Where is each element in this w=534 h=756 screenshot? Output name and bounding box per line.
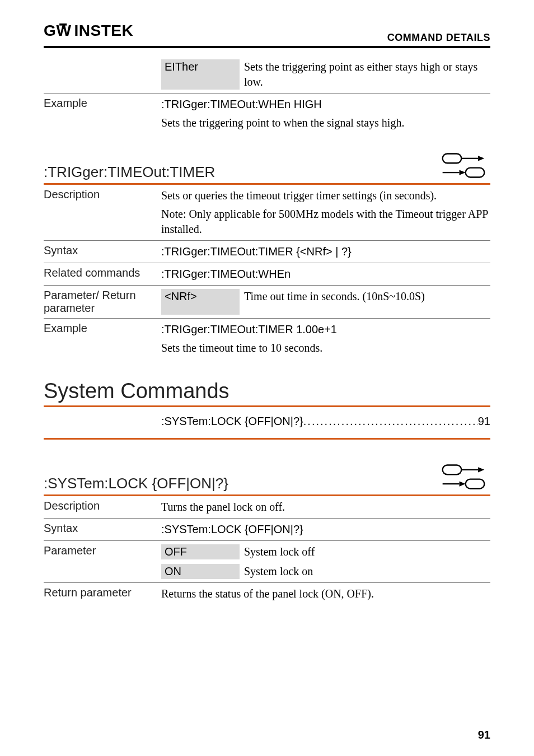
svg-marker-7: [478, 156, 484, 161]
example2-row: Example :TRIGger:TIMEOut:TIMER 1.00e+1: [44, 319, 490, 340]
toc-label: :SYSTem:LOCK {OFF|ON|?}: [161, 415, 303, 428]
syntax-body: :TRIGger:TIMEOut:TIMER {<NRf> | ?}: [161, 244, 490, 259]
example2-label: Example: [44, 322, 161, 335]
brand-logo: G W INSTEK: [44, 22, 159, 44]
lock-syntax-body: :SYSTem:LOCK {OFF|ON|?}: [161, 522, 490, 537]
param-on: ON: [161, 564, 240, 579]
toc-page: 91: [478, 415, 490, 428]
svg-marker-9: [460, 170, 466, 175]
related-row: Related commands :TRIGger:TIMEOut:WHEn: [44, 263, 490, 285]
example-desc-row: Sets the triggering point to when the si…: [44, 115, 490, 134]
page-header-title: COMMAND DETAILS: [387, 32, 490, 44]
svg-rect-10: [466, 168, 485, 178]
description-note: Note: Only applicable for 500MHz models …: [161, 207, 490, 237]
svg-marker-15: [460, 481, 466, 486]
parameter-row: Parameter/ Return parameter <NRf> Time o…: [44, 286, 490, 318]
lock-syntax-label: Syntax: [44, 522, 161, 535]
set-query-icon: [437, 150, 490, 181]
example2-cmd: :TRIGger:TIMEOut:TIMER 1.00e+1: [161, 322, 490, 337]
svg-rect-11: [443, 465, 462, 474]
page-header: G W INSTEK COMMAND DETAILS: [44, 22, 490, 44]
param-nrf-desc: Time out time in seconds. (10nS~10.0S): [244, 289, 490, 304]
either-param-row: EITher Sets the triggering point as eith…: [44, 56, 490, 93]
svg-text:INSTEK: INSTEK: [74, 22, 133, 39]
lock-parameter-label: Parameter: [44, 544, 161, 557]
section-heading-lock: :SYSTem:LOCK {OFF|ON|?}: [44, 475, 228, 492]
svg-rect-5: [443, 153, 462, 163]
toc-dots: ........................................…: [303, 415, 478, 428]
param-off-desc: System lock off: [244, 544, 490, 559]
section-heading-wrap: :SYSTem:LOCK {OFF|ON|?}: [44, 461, 490, 492]
return-row: Return parameter Returns the status of t…: [44, 583, 490, 605]
syntax-row: Syntax :TRIGger:TIMEOut:TIMER {<NRf> | ?…: [44, 241, 490, 263]
gwinstek-logo-icon: G W INSTEK: [44, 22, 159, 39]
section-heading-wrap: :TRIGger:TIMEOut:TIMER: [44, 150, 490, 181]
svg-marker-13: [478, 467, 484, 472]
return-body: Returns the status of the panel lock (ON…: [161, 586, 490, 601]
svg-rect-2: [59, 24, 67, 26]
description-note-row: Note: Only applicable for 500MHz models …: [44, 207, 490, 240]
header-rule: [44, 46, 490, 48]
param-either: EITher: [161, 59, 240, 90]
lock-description-body: Turns the panel lock on off.: [161, 500, 490, 515]
example-desc: Sets the triggering point to when the si…: [161, 115, 490, 130]
lock-description-row: Description Turns the panel lock on off.: [44, 496, 490, 518]
lock-syntax-row: Syntax :SYSTem:LOCK {OFF|ON|?}: [44, 519, 490, 540]
lock-param-on-row: ON System lock on: [44, 563, 490, 582]
example2-desc: Sets the timeout time to 10 seconds.: [161, 340, 490, 356]
syntax-label: Syntax: [44, 244, 161, 257]
lock-description-label: Description: [44, 500, 161, 512]
related-body: :TRIGger:TIMEOut:WHEn: [161, 267, 490, 282]
param-on-desc: System lock on: [244, 564, 490, 579]
svg-text:G: G: [44, 22, 56, 39]
description-body: Sets or queries the timeout trigger time…: [161, 188, 490, 203]
description-label: Description: [44, 188, 161, 201]
param-nrf: <NRf>: [161, 289, 240, 315]
example2-desc-row: Sets the timeout time to 10 seconds.: [44, 340, 490, 359]
section-heading-timer: :TRIGger:TIMEOut:TIMER: [44, 164, 215, 181]
example-label: Example: [44, 97, 161, 110]
page-number: 91: [478, 729, 490, 741]
return-label: Return parameter: [44, 586, 161, 599]
set-query-icon: [437, 461, 490, 492]
orange-rule: [44, 438, 490, 440]
related-label: Related commands: [44, 267, 161, 279]
system-commands-heading: System Commands: [44, 379, 490, 403]
lock-param-off-row: Parameter OFF System lock off: [44, 541, 490, 563]
svg-rect-16: [466, 479, 485, 489]
parameter-label: Parameter/ Return parameter: [44, 289, 161, 315]
param-either-desc: Sets the triggering point as either stay…: [244, 59, 490, 90]
toc-row: :SYSTem:LOCK {OFF|ON|?} ................…: [44, 407, 490, 436]
example-cmd: :TRIGger:TIMEOut:WHEn HIGH: [161, 97, 490, 112]
example-row: Example :TRIGger:TIMEOut:WHEn HIGH: [44, 94, 490, 115]
param-off: OFF: [161, 544, 240, 559]
description-row: Description Sets or queries the timeout …: [44, 185, 490, 207]
svg-rect-3: [63, 26, 64, 30]
